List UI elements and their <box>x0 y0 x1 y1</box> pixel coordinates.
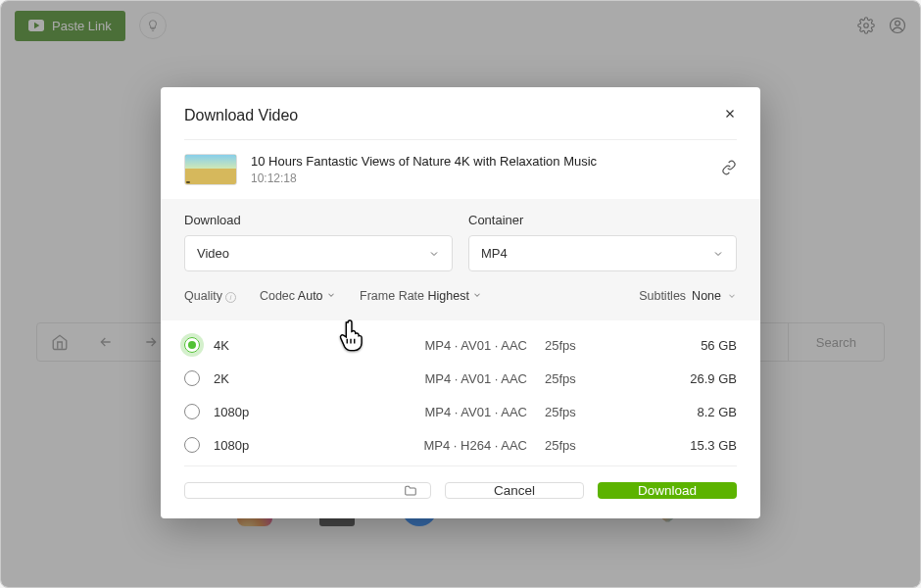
quality-codec: MP4 · AV01 · AAC <box>396 338 527 353</box>
video-title: 10 Hours Fantastic Views of Nature 4K wi… <box>251 154 707 169</box>
close-button[interactable] <box>723 105 737 125</box>
quality-fps: 25fps <box>527 371 620 386</box>
modal-overlay: Download Video 10 Hours Fantastic Views … <box>1 1 920 587</box>
quality-resolution: 2K <box>214 371 396 386</box>
info-icon[interactable]: i <box>225 292 236 303</box>
close-icon <box>723 107 737 121</box>
options-panel: Download Video Container MP4 Qualityi <box>161 199 760 320</box>
quality-fps: 25fps <box>527 338 620 353</box>
quality-codec: MP4 · H264 · AAC <box>396 438 527 453</box>
modal-footer: Cancel Download <box>161 466 760 518</box>
quality-label: Qualityi <box>184 289 236 303</box>
filter-row: Qualityi Codec Auto Frame Rate Highest S… <box>184 289 737 303</box>
quality-row[interactable]: 4K MP4 · AV01 · AAC 25fps 56 GB <box>184 328 737 362</box>
quality-size: 26.9 GB <box>620 371 737 386</box>
quality-radio[interactable] <box>184 404 200 419</box>
subtitles-select[interactable]: Subtitles None <box>639 289 737 303</box>
quality-size: 56 GB <box>620 338 737 353</box>
quality-resolution: 1080p <box>214 405 396 419</box>
quality-list: 4K MP4 · AV01 · AAC 25fps 56 GB 2K MP4 ·… <box>161 320 760 466</box>
container-value: MP4 <box>481 246 508 261</box>
quality-radio[interactable] <box>184 437 200 453</box>
chevron-down-icon <box>727 291 737 301</box>
download-type-label: Download <box>184 213 453 227</box>
modal-header: Download Video <box>161 87 760 139</box>
quality-resolution: 1080p <box>214 438 396 453</box>
chevron-down-icon <box>472 290 482 300</box>
download-type-value: Video <box>197 246 229 261</box>
quality-radio[interactable] <box>184 370 200 386</box>
download-video-modal: Download Video 10 Hours Fantastic Views … <box>161 87 760 518</box>
container-label: Container <box>468 213 737 227</box>
cancel-button[interactable]: Cancel <box>445 482 584 499</box>
quality-row[interactable]: 1080p MP4 · H264 · AAC 25fps 15.3 GB <box>184 428 737 462</box>
framerate-select[interactable]: Frame Rate Highest <box>360 289 482 303</box>
quality-size: 8.2 GB <box>620 405 737 419</box>
quality-fps: 25fps <box>527 405 620 419</box>
copy-link-button[interactable] <box>721 160 737 179</box>
quality-row[interactable]: 2K MP4 · AV01 · AAC 25fps 26.9 GB <box>184 362 737 395</box>
video-duration: 10:12:18 <box>251 172 707 185</box>
quality-radio[interactable] <box>184 337 200 353</box>
video-thumbnail <box>184 154 237 185</box>
video-info-row: 10 Hours Fantastic Views of Nature 4K wi… <box>161 140 760 199</box>
save-path-input[interactable] <box>184 482 431 499</box>
quality-codec: MP4 · AV01 · AAC <box>396 405 527 419</box>
folder-icon <box>403 484 418 498</box>
container-select[interactable]: MP4 <box>468 235 737 271</box>
video-meta: 10 Hours Fantastic Views of Nature 4K wi… <box>251 154 707 185</box>
chevron-down-icon <box>712 248 724 260</box>
modal-title: Download Video <box>184 107 298 124</box>
link-icon <box>721 160 737 175</box>
codec-select[interactable]: Codec Auto <box>260 289 336 303</box>
quality-row[interactable]: 1080p MP4 · AV01 · AAC 25fps 8.2 GB <box>184 395 737 428</box>
download-type-select[interactable]: Video <box>184 235 453 271</box>
quality-resolution: 4K <box>214 338 396 353</box>
quality-fps: 25fps <box>527 438 620 453</box>
quality-codec: MP4 · AV01 · AAC <box>396 371 527 386</box>
chevron-down-icon <box>428 248 440 260</box>
quality-size: 15.3 GB <box>620 438 737 453</box>
download-button[interactable]: Download <box>598 482 737 499</box>
chevron-down-icon <box>326 290 336 300</box>
